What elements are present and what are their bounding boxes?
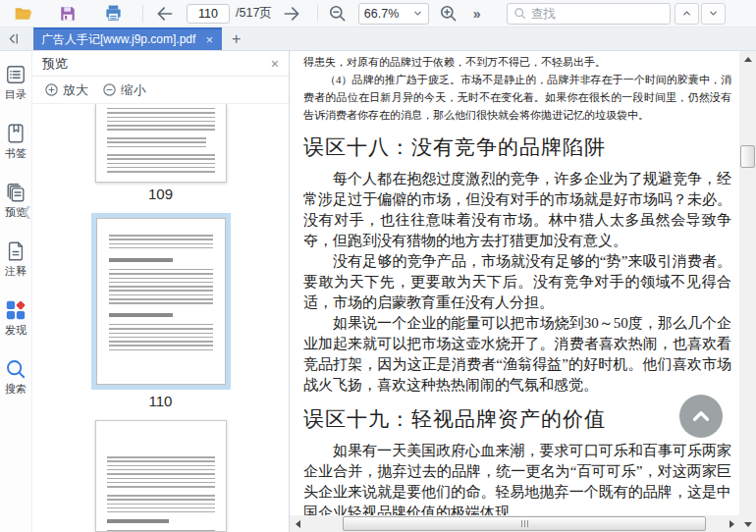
preview-panel-toolbar: 放大 缩小	[32, 77, 289, 104]
thumbnail-zoom-in-label: 放大	[63, 81, 88, 99]
thumbnail-page-110[interactable]	[96, 218, 226, 385]
document-view: 得患失，对原有的品牌过于依赖，不到万不得已，不轻易出手。 （4）品牌的推广趋于疲…	[290, 51, 756, 532]
scrollbar-up-button[interactable]	[739, 51, 756, 67]
vertical-scroll-thumb[interactable]	[740, 145, 755, 168]
previous-page-button[interactable]	[153, 2, 177, 26]
section-heading-19: 误区十九：轻视品牌资产的价值	[303, 405, 731, 433]
find-input[interactable]	[531, 7, 664, 21]
document-tab[interactable]: 广告人手记[www.j9p.com].pdf ×	[33, 27, 222, 50]
circle-minus-icon	[102, 82, 117, 97]
page-number-input[interactable]	[187, 4, 230, 24]
arrow-left-icon	[155, 4, 175, 24]
thumbnail-selected-highlight	[91, 213, 231, 390]
next-page-button[interactable]	[280, 2, 303, 26]
zoom-level-select[interactable]: 66.7%	[358, 3, 429, 25]
magnifier-plus-icon	[439, 4, 458, 23]
triangle-up-icon	[744, 57, 752, 62]
chevron-up-icon	[688, 403, 714, 429]
page-total-label: /517页	[236, 5, 272, 22]
scrollbar-down-button[interactable]	[739, 516, 756, 532]
sidebar-item-label: 发现	[5, 323, 27, 338]
toolbar-separator	[142, 5, 143, 23]
section-heading-18: 误区十八：没有竞争的品牌陷阱	[303, 133, 731, 161]
sidebar-item-label: 目录	[5, 87, 27, 102]
find-box	[507, 3, 671, 25]
sidebar-item-search[interactable]: 搜索	[0, 358, 31, 397]
find-next-button[interactable]	[701, 3, 726, 25]
magnifier-minus-icon	[328, 4, 347, 23]
annotation-document-icon	[5, 240, 27, 262]
paragraph: 如果有一天美国政府心血来潮，要求可口可乐和百事可乐两家企业合并，抛弃过去的品牌，…	[303, 441, 731, 515]
sidebar-item-bookmarks[interactable]: 书签	[0, 123, 31, 161]
sidebar-item-label: 注释	[5, 264, 27, 279]
sidebar-item-label: 书签	[5, 146, 27, 161]
triangle-down-icon	[744, 522, 752, 527]
tab-bar: 广告人手记[www.j9p.com].pdf × +	[0, 27, 756, 51]
sidebar-item-annotations[interactable]: 注释	[0, 240, 31, 279]
vertical-scroll-track[interactable]	[739, 67, 756, 516]
thumbnail-zoom-out-button[interactable]: 缩小	[102, 81, 146, 99]
sidebar-item-preview[interactable]: 预览	[0, 182, 31, 220]
toolbar-separator	[317, 5, 318, 23]
tab-close-button[interactable]: ×	[204, 33, 214, 46]
chevron-down-icon	[708, 8, 719, 19]
scroll-to-top-button[interactable]	[679, 395, 723, 438]
chevron-down-icon	[412, 8, 423, 19]
preview-panel-close-button[interactable]: ×	[271, 56, 279, 72]
search-icon	[5, 358, 27, 380]
toc-list-icon	[5, 64, 27, 85]
printer-icon	[104, 4, 123, 23]
triangle-left-icon	[296, 520, 300, 528]
thumbnail-page-111[interactable]	[95, 420, 227, 532]
thumbnail-zoom-out-label: 缩小	[121, 81, 146, 99]
horizontal-scroll-track[interactable]	[305, 515, 724, 532]
find-previous-button[interactable]	[675, 3, 699, 25]
thumbnail-page-109[interactable]	[95, 104, 227, 183]
open-file-button[interactable]	[12, 2, 35, 26]
paragraph: 没有足够的竞争产品，市场就没有足够的“势”来吸引消费者。要敢为天下先，更要敢为天…	[303, 251, 731, 313]
horizontal-scrollbar[interactable]	[290, 515, 739, 532]
thumbnail-list: 109 110	[32, 104, 289, 532]
tab-list-collapse-button[interactable]	[0, 27, 26, 50]
chevron-left-bar-icon	[6, 31, 21, 46]
save-button[interactable]	[57, 2, 79, 26]
folder-open-icon	[14, 4, 33, 24]
preview-panel-title: 预览	[42, 55, 68, 73]
preview-panel: 预览 × 放大 缩小 109	[31, 51, 290, 532]
document-page: 得患失，对原有的品牌过于依赖，不到万不得已，不轻易出手。 （4）品牌的推广趋于疲…	[290, 51, 739, 515]
circle-plus-icon	[44, 82, 59, 97]
bookmark-book-icon	[5, 123, 27, 144]
zoom-out-button[interactable]	[326, 2, 349, 26]
page-thumbnails-icon	[5, 182, 27, 203]
pdf-reader-window: /517页 66.7% » 广告人手记[w	[0, 0, 756, 532]
left-icon-rail: 目录 书签 预览 注释 发现 搜索	[0, 51, 31, 532]
sidebar-item-label: 搜索	[5, 382, 27, 397]
search-icon	[513, 7, 526, 20]
discover-grid-icon	[5, 299, 27, 321]
paragraph: 如果说一个企业的能量可以把市场烧到30～50度，那么几个企业加起来就可以把市场这…	[303, 313, 731, 396]
tab-title: 广告人手记[www.j9p.com].pdf	[41, 31, 198, 48]
preview-panel-header: 预览 ×	[32, 51, 289, 77]
scrollbar-left-button[interactable]	[290, 515, 305, 532]
thumbnail-zoom-in-button[interactable]: 放大	[44, 81, 88, 99]
main-toolbar: /517页 66.7% »	[0, 0, 756, 27]
app-body: 目录 书签 预览 注释 发现 搜索 ❮	[0, 51, 756, 532]
arrow-right-icon	[282, 4, 301, 24]
paragraph: 每个人都在抱怨过度激烈的竞争，许多企业为了规避竞争，经常涉足过于偏僻的市场，但没…	[303, 169, 731, 251]
print-button[interactable]	[102, 2, 125, 26]
sidebar-item-toc[interactable]: 目录	[0, 64, 31, 102]
zoom-level-value: 66.7%	[364, 7, 399, 21]
thumbnail-page-number: 110	[149, 393, 173, 409]
save-floppy-icon	[59, 5, 77, 23]
vertical-scrollbar[interactable]	[739, 51, 756, 532]
chevron-up-icon	[681, 8, 692, 19]
triangle-right-icon	[729, 520, 734, 528]
paragraph: （4）品牌的推广趋于疲乏。市场不是静止的，品牌并非存在于一个时间的胶囊中，消费者…	[303, 71, 731, 124]
new-tab-button[interactable]: +	[222, 27, 250, 50]
sidebar-item-discover[interactable]: 发现	[0, 299, 31, 338]
scrollbar-right-button[interactable]	[724, 515, 739, 532]
thumbnail-page-number: 109	[148, 186, 173, 202]
horizontal-scroll-thumb[interactable]	[343, 516, 706, 531]
more-tools-button[interactable]: »	[473, 6, 481, 22]
zoom-in-button[interactable]	[437, 2, 459, 26]
